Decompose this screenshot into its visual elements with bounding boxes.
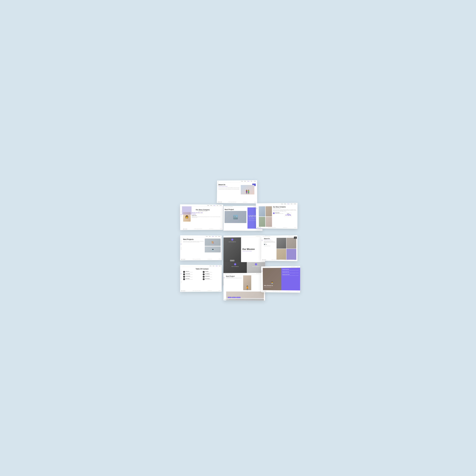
footer-website-npb: www.website.com <box>251 299 255 300</box>
footer-company-s2: © 2020 Company Profile Of Works <box>194 228 202 229</box>
toc-sidebar-dots: The Theme Stand Brand Company <box>180 267 182 283</box>
nav-feed[interactable]: Feed <box>251 181 252 182</box>
toc-label-1: About Us <box>186 271 192 272</box>
toc-label-6: Testimonial <box>205 276 212 277</box>
footer-page-toc: EN / FN <box>219 290 221 291</box>
canvas: ● Home Menu About Feed Contact The Theme… <box>178 178 299 299</box>
toc-desc-1: This is Bill Cosby coming out <box>186 272 192 272</box>
facebook-icon-toc: f <box>184 290 185 291</box>
social-icons-sr: in t f <box>257 227 261 228</box>
nav-menu-toc[interactable]: Menu <box>213 266 214 266</box>
subtitle-heading: Subtitle Here <box>192 215 222 216</box>
nav-feed-s2[interactable]: Feed <box>217 205 218 206</box>
npb-person: 🧍 <box>243 275 251 290</box>
monitor-row: 🖥️ 24/7 <box>264 244 276 245</box>
toc-num-6: 06 <box>203 276 204 278</box>
why-desc-3: Lorem ipsum dolor sit amet, consectetur … <box>282 275 299 276</box>
stats-num: +75% <box>285 214 291 216</box>
ar-text-col: About Us Company PowerPoint Template Lor… <box>264 238 276 260</box>
slide-about-us-title: About Us <box>218 184 240 186</box>
nav-contact-sr[interactable]: Contact <box>294 204 296 204</box>
ar-body: Lorem ipsum dolor sit amet, consectetur … <box>264 241 276 243</box>
slide-sr-main: Our Story Company Company PowerPoint Tem… <box>257 205 297 228</box>
slide-toc-body: The Theme Stand Brand Company Table Of C… <box>180 267 222 291</box>
monitor-icon: 🖥️ <box>264 244 265 245</box>
sr-body: Lorem ipsum dolor sit amet, consectetur … <box>273 209 296 212</box>
nav-logo: ● <box>218 181 219 182</box>
nav-home-sr[interactable]: Home <box>281 204 283 204</box>
npl-title: Next Projects <box>183 238 204 240</box>
social-icons-npl: in t f <box>181 259 185 260</box>
nav-about[interactable]: About <box>247 181 249 182</box>
ar-photo-1 <box>276 238 286 248</box>
toc-text-1: About Us This is Bill Cosby coming out <box>186 271 192 272</box>
toc-label-7: Our Client <box>186 278 192 279</box>
nav-about-s2[interactable]: About <box>213 205 215 206</box>
twitter-icon-toc: t <box>183 290 184 291</box>
mission-badge-2: 2 <box>234 263 236 265</box>
toc-item-2: 02 Portfolio This is Bill Cosby coming o… <box>203 271 221 273</box>
toc-label-4: Our Models <box>205 273 212 274</box>
nav-feed-sr[interactable]: Feed <box>291 204 292 204</box>
nav-feed-toc[interactable]: Feed <box>219 266 220 266</box>
nav-home-s2[interactable]: Home <box>207 205 209 206</box>
toc-item-4: 04 Our Models This is Bill Cosby coming … <box>203 273 221 275</box>
toc-desc-3: This is Bill Cosby coming out <box>186 274 192 275</box>
nav-menu-npl[interactable]: Menu <box>209 236 210 237</box>
npb-tag-1[interactable]: Project One <box>228 297 232 298</box>
slide-why-footer: in t f © 2020 Company Profile Of Works w… <box>261 291 300 292</box>
nav-home-npl[interactable]: Home <box>206 236 207 237</box>
twitter-icon: t <box>219 202 220 203</box>
facebook-icon-npl: f <box>184 259 185 260</box>
mission-title: Our Mission <box>242 248 264 250</box>
social-icons-toc: in t f <box>181 290 185 291</box>
slide-npl-nav: Home Menu About Feed Contact <box>180 235 221 238</box>
nav-feed-npl[interactable]: Feed <box>215 236 217 237</box>
toc-dot-1 <box>181 273 181 274</box>
npb-tag-3[interactable]: Project Three <box>236 297 240 298</box>
nav-home[interactable]: Home <box>241 181 243 182</box>
client-badge: +120 Client <box>294 237 297 239</box>
toc-text-4: Our Models This is Bill Cosby coming out <box>205 273 212 275</box>
nav-contact-s2[interactable]: Contact <box>220 205 222 206</box>
mission-read-1[interactable]: Read More <box>230 260 234 261</box>
npb-tag-2[interactable]: Project Two <box>232 297 236 298</box>
building-bg: 🏙️ <box>224 211 246 223</box>
twitter-icon-sr: t <box>258 227 259 228</box>
np-title: Next Project <box>224 208 246 210</box>
linkedin-icon-why: in <box>262 291 263 292</box>
why-label-3: Experienced Three <box>282 274 299 275</box>
toc-num-8: 08 <box>203 278 204 280</box>
sr-dot-2 <box>256 209 257 209</box>
nav-menu-sr[interactable]: Menu <box>284 204 286 204</box>
why-desc-1: Lorem ipsum dolor sit amet, consectetur … <box>282 270 299 271</box>
slide-our-story-body: The Theme Our Story Company Company Powe… <box>180 206 223 229</box>
toc-num-7: 07 <box>183 278 185 280</box>
nav-menu[interactable]: Menu <box>244 181 246 182</box>
mission-badge-1: 1 <box>231 238 233 241</box>
toc-item-8: 08 Our Contact This is Bill Cosby coming… <box>203 278 221 280</box>
footer-website: www.website.com <box>243 202 247 203</box>
slide-npb-sidebar <box>223 275 225 300</box>
nav-menu-s2[interactable]: Menu <box>210 205 212 206</box>
nav-home-toc[interactable]: Home <box>210 266 211 266</box>
nav-about-toc[interactable]: About <box>216 266 218 266</box>
nav-contact-npl[interactable]: Contact <box>218 236 220 237</box>
ar-footer-website: www.website.com <box>288 236 293 236</box>
slide-story-right: Home Menu About Feed Contact <box>256 203 297 229</box>
nav-about-npl[interactable]: About <box>212 236 214 237</box>
nav-contact[interactable]: Contact <box>254 181 256 182</box>
npl-left: Next Projects Lorem ipsum dolor sit amet… <box>183 238 204 258</box>
slide-why-sidebar <box>261 268 263 290</box>
toc-desc-5: This is Bill Cosby coming out <box>186 276 192 277</box>
why-label-2: Experienced Two <box>282 272 299 272</box>
slide-sr-sidebar <box>256 205 258 228</box>
footer-company-toc: © 2020 Company Profile Of Works <box>192 290 201 291</box>
facebook-icon-npb: f <box>227 299 228 300</box>
why-label-1: Experienced One <box>282 269 299 270</box>
nav-about-sr[interactable]: About <box>287 204 289 204</box>
toc-desc-4: This is Bill Cosby coming out <box>205 274 212 275</box>
toc-num-1: 01 <box>183 271 185 273</box>
footer-company: © 2020 Company Profile Of Works <box>228 202 236 203</box>
nav-links-npl: Home Menu About Feed Contact <box>206 236 220 237</box>
